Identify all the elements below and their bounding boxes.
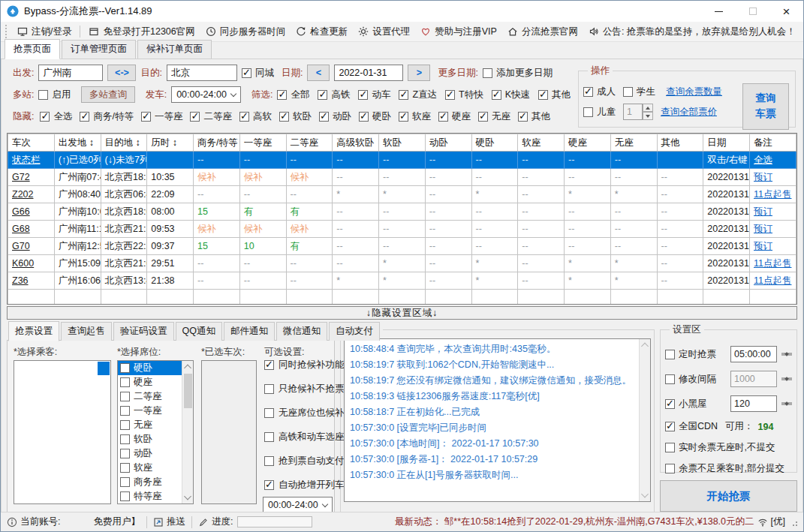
option-checkbox[interactable]: 无座席位也候补	[264, 407, 345, 419]
depart-time-select[interactable]: 00:00-24:00	[171, 86, 241, 103]
spin-down-icon[interactable]	[781, 354, 792, 356]
query-price-link[interactable]: 查询全部票价	[661, 106, 717, 119]
book-link[interactable]: 11点起售	[750, 255, 796, 272]
next-date-button[interactable]: >	[408, 65, 430, 81]
modify-interval-stepper[interactable]	[781, 377, 792, 380]
table-header-cell[interactable]: 备注	[750, 134, 796, 152]
realtime-no-seat-checkbox[interactable]: 实时余票无座时,不提交	[665, 441, 775, 454]
seat-item[interactable]: 一等座	[118, 404, 182, 418]
toolbar-grip[interactable]	[5, 25, 7, 38]
table-header-cell[interactable]: 二等座	[286, 134, 333, 152]
table-header-cell[interactable]: 软座	[518, 134, 565, 152]
filter-checkbox[interactable]: 全部	[277, 89, 309, 101]
train-link[interactable]: Z36	[8, 272, 55, 290]
scroll-down-icon[interactable]	[184, 493, 191, 500]
book-link[interactable]: 11点起售	[750, 186, 796, 203]
from-input[interactable]	[38, 65, 103, 81]
increase-train-time-select[interactable]: 00:00-24:00	[263, 497, 333, 512]
hide-checkbox[interactable]: 商务/特等	[80, 110, 133, 123]
scroll-up-icon[interactable]	[184, 365, 191, 372]
to-input[interactable]	[167, 65, 237, 81]
tab-qq-notify[interactable]: QQ通知	[176, 322, 222, 341]
table-header-cell[interactable]: 高级软卧	[333, 134, 379, 152]
multi-station-query-button[interactable]: 多站查询	[81, 86, 134, 103]
table-header-cell[interactable]: 软卧	[379, 134, 426, 152]
start-grab-button[interactable]: 开始抢票	[660, 480, 797, 512]
book-link[interactable]: 全选	[750, 152, 796, 169]
spin-up-icon[interactable]	[643, 104, 653, 112]
hide-checkbox[interactable]: 软座	[399, 110, 431, 123]
hide-checkbox[interactable]: 动卧	[319, 110, 351, 123]
maximize-button[interactable]	[736, 1, 769, 22]
scroll-up-icon[interactable]	[641, 343, 649, 350]
toolbar-official-site[interactable]: 分流抢票官网	[502, 23, 583, 41]
seat-item[interactable]: 特等座	[118, 489, 182, 503]
table-header-cell[interactable]: 无座	[610, 134, 657, 152]
timed-grab-value[interactable]: 05:00:00	[730, 346, 777, 362]
tab-wechat-notify[interactable]: 微信通知	[276, 322, 327, 341]
swap-stations-button[interactable]: <->	[107, 65, 136, 81]
table-header-cell[interactable]: 其他	[657, 134, 703, 152]
selected-trains-listbox[interactable]	[201, 360, 257, 504]
option-checkbox[interactable]: 同时抢候补功能	[264, 359, 345, 371]
table-header-cell[interactable]: 出发地 ↕	[54, 134, 101, 152]
tab-grab-page[interactable]: 抢票页面	[5, 39, 60, 59]
spin-down-icon[interactable]	[781, 404, 792, 405]
seat-item[interactable]: 二等座	[118, 389, 182, 404]
seat-item[interactable]: 软座	[118, 461, 182, 475]
book-link[interactable]: 预订	[750, 221, 796, 238]
minimize-button[interactable]	[702, 1, 736, 22]
table-header-cell[interactable]: 历时 ↕	[147, 134, 194, 152]
seat-item[interactable]: 无座	[118, 418, 182, 432]
timed-grab-stepper[interactable]	[781, 353, 792, 356]
train-link[interactable]: G66	[8, 203, 55, 221]
black-room-stepper[interactable]	[781, 402, 792, 405]
toolbar-announcement[interactable]: 公告: 抢票靠的是坚持，放弃就是给别人机会！	[583, 23, 801, 41]
student-checkbox[interactable]: 学生	[623, 86, 655, 98]
filter-checkbox[interactable]: K快速	[492, 89, 530, 101]
enable-multi-checkbox[interactable]: 启用	[38, 89, 71, 101]
train-link[interactable]: K600	[8, 255, 55, 272]
table-header-cell[interactable]: 目的地 ↕	[101, 134, 147, 152]
option-checkbox[interactable]: 抢到票自动支付	[264, 455, 345, 467]
option-checkbox[interactable]: 只抢候补不抢票	[264, 383, 345, 395]
filter-checkbox[interactable]: 高铁	[318, 89, 350, 101]
train-link[interactable]: G68	[8, 221, 55, 238]
toolbar-sync-time[interactable]: 同步服务器时间	[200, 23, 291, 41]
hide-settings-divider[interactable]: ↓隐藏设置区域↓	[7, 306, 797, 320]
tab-captcha-settings[interactable]: 验证码设置	[113, 322, 174, 341]
output-scrollbar[interactable]	[639, 339, 650, 501]
seat-item[interactable]: 硬座	[118, 375, 182, 389]
tab-query-onsale[interactable]: 查询起售	[61, 322, 112, 341]
filter-checkbox[interactable]: Z直达	[399, 89, 437, 101]
hide-checkbox[interactable]: 无座	[478, 110, 510, 123]
scroll-thumb[interactable]	[184, 374, 192, 408]
black-room-value[interactable]: 120	[730, 395, 777, 412]
table-header-cell[interactable]: 日期	[703, 134, 750, 152]
table-header-cell[interactable]: 硬卧	[471, 134, 518, 152]
train-link[interactable]: 状态栏	[8, 152, 55, 169]
hide-checkbox[interactable]: 软卧	[279, 110, 312, 123]
toolbar-vip[interactable]: 赞助与注册VIP	[415, 23, 502, 41]
hide-checkbox[interactable]: 全选	[40, 110, 72, 123]
filter-checkbox[interactable]: 其他	[538, 89, 571, 101]
toolbar-check-update[interactable]: 检查更新	[291, 23, 353, 41]
book-link[interactable]: 11点起售	[750, 272, 796, 290]
filter-checkbox[interactable]: 动车	[358, 89, 390, 101]
timed-grab-checkbox[interactable]: 定时抢票	[665, 348, 726, 361]
passenger-scroll-thumb[interactable]	[98, 362, 110, 375]
modify-interval-value[interactable]: 1000	[730, 371, 777, 387]
option-checkbox[interactable]: 高铁和动车选座	[264, 431, 345, 443]
push-button[interactable]: 推送	[167, 515, 185, 528]
passenger-listbox[interactable]	[14, 360, 111, 504]
toolbar-open-12306[interactable]: 免登录打开12306官网	[83, 23, 200, 41]
toolbar-set-proxy[interactable]: 设置代理	[353, 23, 415, 41]
hide-checkbox[interactable]: 硬卧	[359, 110, 391, 123]
modify-interval-checkbox[interactable]: 修改间隔	[665, 373, 726, 386]
hide-checkbox[interactable]: 一等座	[141, 110, 183, 123]
spin-down-icon[interactable]	[643, 112, 653, 120]
book-link[interactable]: 预订	[750, 238, 796, 255]
resize-grip[interactable]	[790, 518, 797, 526]
close-button[interactable]: ×	[769, 1, 803, 22]
hide-checkbox[interactable]: 高软	[239, 110, 272, 123]
